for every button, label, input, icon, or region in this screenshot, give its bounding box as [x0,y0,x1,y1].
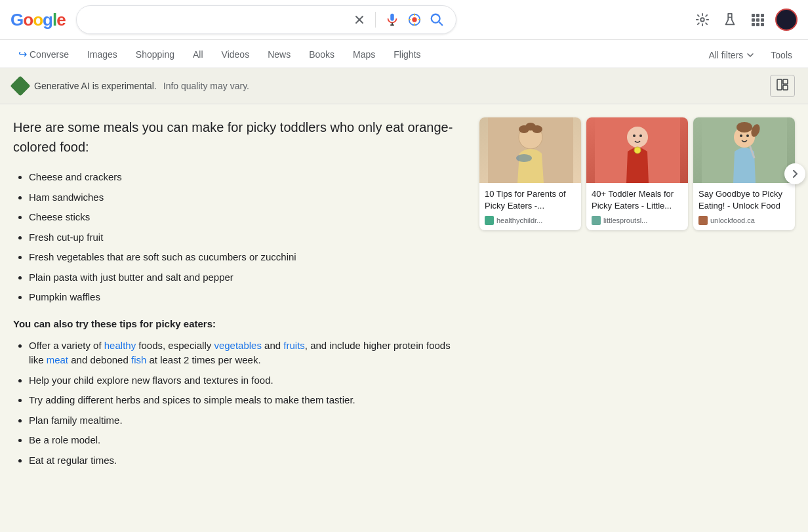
card-3-image [693,117,795,183]
search-input[interactable]: What are some meals I can make for my pi… [87,14,346,26]
card-3[interactable]: Say Goodbye to Picky Eating! - Unlock Fo… [693,117,795,230]
list-item: Cheese sticks [29,210,453,225]
cards-row: 10 Tips for Parents of Picky Eaters -...… [479,117,795,230]
meal-item-0: Cheese and crackers [29,171,122,182]
sidebar-item-images[interactable]: Images [79,44,125,67]
list-item: Offer a variety of healthy foods, especi… [29,338,453,368]
scroll-next-button[interactable] [784,163,805,184]
apps-button[interactable] [748,10,767,30]
card-1-favicon [485,216,494,225]
meal-item-2: Cheese sticks [29,211,90,222]
header-right [693,9,798,31]
card-2[interactable]: 40+ Toddler Meals for Picky Eaters - Lit… [586,117,688,230]
card-3-source-text: unlockfood.ca [710,216,755,224]
logo-letter-g2: g [43,10,52,30]
sidebar-item-news[interactable]: News [260,44,298,67]
converse-arrow-icon: ↪ [18,48,27,60]
nav-label-shopping: Shopping [136,49,174,60]
sidebar-item-shopping[interactable]: Shopping [128,44,182,67]
meal-item-3: Fresh cut-up fruit [29,232,103,243]
child-eating-illustration-2 [595,117,680,183]
card-2-image [586,117,688,183]
card-3-source: unlockfood.ca [698,216,790,225]
logo-letter-o1: o [23,10,33,30]
mic-button[interactable] [384,11,401,28]
nav-label-images: Images [87,49,117,60]
svg-point-31 [634,147,641,153]
list-item: Help your child explore new flavors and … [29,373,453,388]
list-item: Cheese and crackers [29,170,453,185]
layout-icon [776,78,789,91]
all-filters-button[interactable]: All filters [703,45,760,66]
sidebar-item-maps[interactable]: Maps [345,44,383,67]
sidebar-item-books[interactable]: Books [301,44,342,67]
svg-point-35 [737,122,752,133]
svg-rect-11 [761,14,764,17]
chevron-down-icon [746,51,755,60]
tip-item-2: Try adding different herbs and spices to… [29,394,355,405]
card-1-title: 10 Tips for Parents of Picky Eaters -... [485,188,576,212]
tip-item-1: Help your child explore new flavors and … [29,375,273,386]
svg-rect-10 [756,14,759,17]
child-eating-illustration-3 [702,117,787,183]
list-item: Try adding different herbs and spices to… [29,393,453,408]
svg-rect-18 [777,79,782,90]
list-item: Ham sandwiches [29,190,453,205]
search-bar: What are some meals I can make for my pi… [76,5,456,34]
tip-item-0: Offer a variety of healthy foods, especi… [29,340,451,366]
ai-layout-button[interactable] [770,75,795,97]
mic-icon [385,12,399,27]
ai-response: Here are some meals you can make for pic… [13,117,453,532]
svg-point-30 [639,134,642,137]
labs-icon [723,12,737,27]
card-1-source: healthychildr... [485,216,576,225]
lens-button[interactable] [406,11,423,28]
ai-response-heading: Here are some meals you can make for pic… [13,117,453,157]
search-icon [430,12,444,27]
labs-button[interactable] [720,10,740,30]
sidebar-item-flights[interactable]: Flights [386,44,428,67]
main-content: Here are some meals you can make for pic… [0,104,808,532]
nav-label-news: News [268,49,291,60]
clear-button[interactable] [352,12,367,28]
google-logo: Google [10,10,66,30]
tools-button[interactable]: Tools [765,45,798,66]
card-3-favicon [698,216,708,225]
clear-icon [353,13,366,26]
avatar[interactable] [775,9,798,31]
card-3-title: Say Goodbye to Picky Eating! - Unlock Fo… [698,188,790,212]
child-eating-illustration-1 [488,117,573,183]
card-1[interactable]: 10 Tips for Parents of Picky Eaters -...… [479,117,581,230]
nav-label-flights: Flights [394,49,420,60]
svg-rect-19 [783,79,788,84]
meal-item-6: Pumpkin waffles [29,291,100,302]
list-item: Pumpkin waffles [29,290,453,305]
card-2-source-text: littlesproutsl... [603,216,647,224]
nav-right: All filters Tools [703,45,798,66]
svg-point-7 [700,18,704,22]
card-3-content: Say Goodbye to Picky Eating! - Unlock Fo… [693,183,795,230]
tip-item-4: Be a role model. [29,434,100,445]
svg-line-6 [439,22,442,25]
search-button[interactable] [428,11,445,28]
ai-banner-bold-text: Generative AI is experimental. [34,81,157,91]
tips-list: Offer a variety of healthy foods, especi… [29,338,453,468]
ai-diamond-icon [10,75,30,96]
svg-rect-0 [390,14,394,21]
svg-point-36 [740,134,742,137]
ai-banner: Generative AI is experimental. Info qual… [0,68,808,104]
sidebar-item-converse[interactable]: ↪ Converse [10,43,77,68]
nav-label-videos: Videos [222,49,250,60]
cards-sidebar: 10 Tips for Parents of Picky Eaters -...… [479,117,795,532]
ai-banner-normal-text: Info quality may vary. [163,81,249,91]
card-1-content: 10 Tips for Parents of Picky Eaters -...… [479,183,581,230]
apps-icon [750,12,765,27]
sidebar-item-all[interactable]: All [185,44,211,67]
nav-label-books: Books [309,49,334,60]
settings-button[interactable] [693,10,712,30]
svg-point-37 [746,134,749,137]
sidebar-item-videos[interactable]: Videos [214,44,258,67]
card-1-image [479,117,581,183]
svg-point-28 [627,127,648,148]
svg-rect-17 [761,23,764,26]
